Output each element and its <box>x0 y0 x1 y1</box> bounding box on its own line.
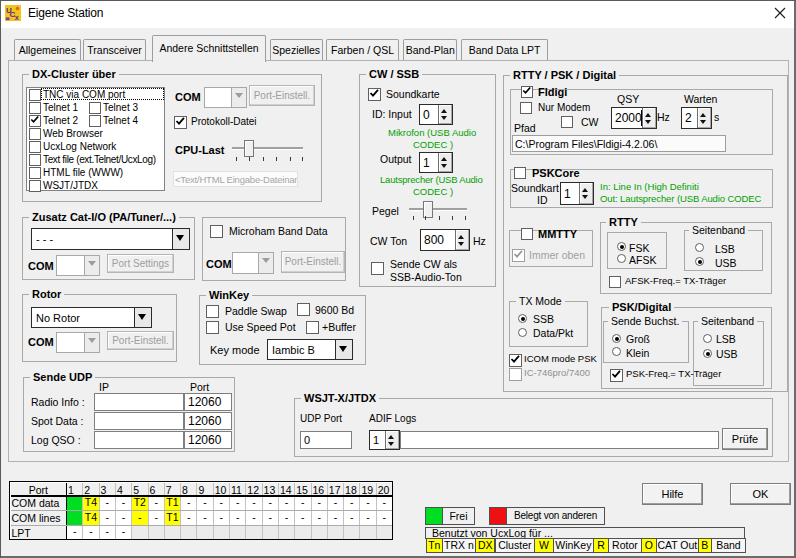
svg-text:x: x <box>15 14 19 21</box>
